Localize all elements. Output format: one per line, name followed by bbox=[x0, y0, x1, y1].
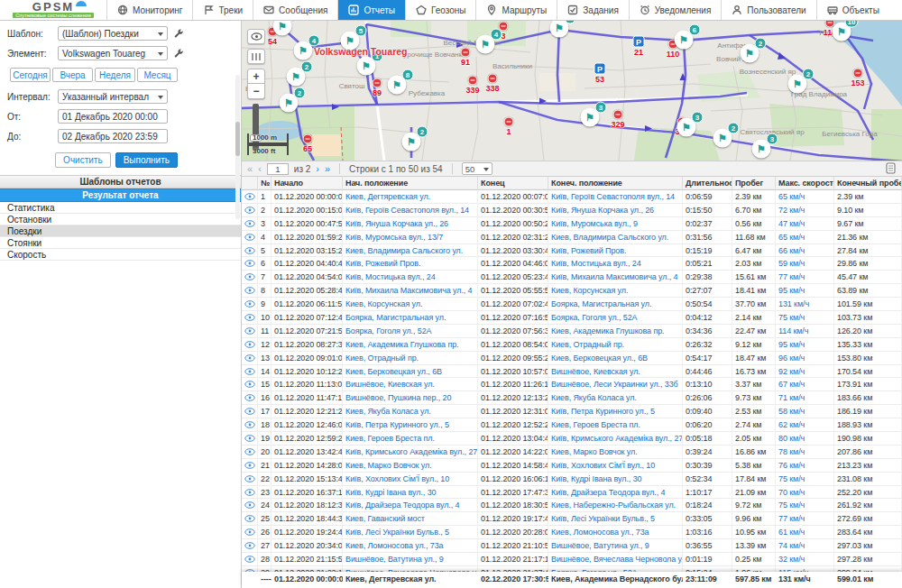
page-size-select[interactable]: 50 bbox=[462, 162, 492, 175]
parking-marker[interactable]: P53 bbox=[594, 63, 606, 75]
view-trip-on-map-button[interactable] bbox=[242, 338, 258, 352]
trip-flag-marker[interactable]: ⚑2 bbox=[402, 133, 421, 152]
trip-start-location[interactable]: Киев, Отрадный пр. bbox=[343, 352, 478, 365]
view-trip-on-map-button[interactable] bbox=[242, 391, 258, 405]
trip-max-speed[interactable]: 65 км/ч bbox=[776, 190, 834, 204]
trip-start-location[interactable]: Київ, Кримського Академіка вул., 27 bbox=[343, 446, 478, 459]
table-row[interactable]: 2 01.12.2020 00:15:02 Київ, Героїв Севас… bbox=[242, 204, 902, 217]
visibility-toggle-button[interactable] bbox=[247, 29, 265, 44]
trip-end-location[interactable]: Київ, Хохлових Сім'Ї вул., 10 bbox=[548, 459, 683, 473]
trip-start-location[interactable]: Киев, Марко Вовчок ул. bbox=[343, 459, 478, 473]
view-trip-on-map-button[interactable] bbox=[242, 325, 258, 338]
from-date-input[interactable]: 01 Декабрь 2020 00:00 bbox=[58, 109, 168, 124]
table-row[interactable]: 11 01.12.2020 07:21:56 Боярка, Гоголя ул… bbox=[242, 325, 902, 338]
trip-max-speed[interactable]: 131 км/ч bbox=[776, 298, 834, 311]
trip-start-location[interactable]: Київ, Муромська вул., 13/7 bbox=[343, 231, 478, 244]
view-trip-on-map-button[interactable] bbox=[242, 231, 258, 244]
trip-start-location[interactable]: Киев, Берковецкая ул., 6В bbox=[343, 365, 478, 379]
trip-end-location[interactable]: Київ, Мостицька вул., 24 bbox=[548, 257, 683, 271]
trip-max-speed[interactable]: 59 км/ч bbox=[776, 257, 834, 271]
trip-end-location[interactable]: Боярка, Магистральная ул. bbox=[548, 298, 683, 311]
view-trip-on-map-button[interactable] bbox=[242, 446, 258, 459]
quick-range-button[interactable]: Вчера bbox=[52, 68, 93, 82]
tab-routes[interactable]: Маршруты bbox=[475, 0, 557, 20]
view-trip-on-map-button[interactable] bbox=[242, 190, 258, 204]
report-section-item[interactable]: Остановки bbox=[0, 214, 241, 225]
trip-start-location[interactable]: Киев, Дегтяревская ул. bbox=[343, 190, 478, 204]
table-row[interactable]: 20 01.12.2020 13:42:41 Київ, Кримського … bbox=[242, 446, 902, 459]
view-trip-on-map-button[interactable] bbox=[242, 512, 258, 526]
table-row[interactable]: 9 01.12.2020 06:11:50 Киев, Корсунская у… bbox=[242, 298, 902, 311]
table-row[interactable]: 22 01.12.2020 15:13:44 Київ, Хохлових Сі… bbox=[242, 473, 902, 486]
table-row[interactable]: 27 01.12.2020 20:34:00 Киев, Ломоносова … bbox=[242, 539, 902, 553]
trip-start-location[interactable]: Київ, Драйзера Теодора вул., 4 bbox=[343, 499, 478, 512]
trip-start-location[interactable]: Київ, Лесі Українки Бульв., 5 bbox=[343, 526, 478, 539]
trip-max-speed[interactable]: 61 км/ч bbox=[776, 526, 834, 539]
header-end-loc[interactable]: Конеч. положение bbox=[548, 177, 683, 189]
view-trip-on-map-button[interactable] bbox=[242, 473, 258, 486]
table-row[interactable]: 25 01.12.2020 18:44:39 Киев, Гаванский м… bbox=[242, 512, 902, 526]
next-page-button[interactable]: › bbox=[316, 164, 319, 174]
view-trip-on-map-button[interactable] bbox=[242, 486, 258, 500]
tab-objects[interactable]: Объекты bbox=[816, 0, 889, 20]
trip-flag-marker[interactable]: ⚑2 bbox=[788, 75, 807, 94]
trip-flag-marker[interactable]: ⚑3 bbox=[752, 140, 771, 159]
section-report-result[interactable]: Результат отчета bbox=[0, 188, 241, 202]
trip-max-speed[interactable]: 67 км/ч bbox=[776, 378, 834, 391]
stop-marker[interactable]: 339 bbox=[468, 76, 478, 86]
header-total[interactable]: Конечный пробег bbox=[834, 177, 902, 189]
trip-max-speed[interactable]: 58 км/ч bbox=[776, 405, 834, 418]
trip-max-speed[interactable]: 78 км/ч bbox=[776, 446, 834, 459]
wrench-icon[interactable] bbox=[173, 28, 184, 39]
trip-end-location[interactable]: Вишнёвое, Ватутина ул., 9 bbox=[548, 539, 683, 553]
export-report-button[interactable] bbox=[885, 162, 897, 176]
trip-end-location[interactable]: Киев, Корсунская ул. bbox=[548, 284, 683, 298]
trip-end-location[interactable]: Киев, Марко Вовчок ул. bbox=[548, 446, 683, 459]
trip-end-location[interactable]: Киев, Отрадный пр. bbox=[548, 338, 683, 352]
quick-range-button[interactable]: Сегодня bbox=[10, 68, 51, 82]
trip-end-location[interactable]: Киев, Героев Бреста пл. bbox=[548, 418, 683, 432]
tab-reports[interactable]: Отчеты bbox=[337, 0, 405, 20]
clear-button[interactable]: Очистить bbox=[55, 152, 111, 168]
trip-flag-marker[interactable]: ⚑2 bbox=[287, 68, 306, 87]
trip-end-location[interactable]: Киев, Берковецкая ул., 6В bbox=[548, 352, 683, 365]
quick-range-button[interactable]: Месяц bbox=[137, 68, 178, 82]
trip-flag-marker[interactable]: ⚑6 bbox=[675, 31, 694, 50]
trip-max-speed[interactable]: 76 км/ч bbox=[776, 459, 834, 473]
trip-flag-marker[interactable]: ⚑4 bbox=[476, 35, 495, 54]
trip-flag-marker[interactable]: ⚑3 bbox=[677, 118, 696, 137]
table-row[interactable]: 10 01.12.2020 07:12:44 Боярка, Магистрал… bbox=[242, 311, 902, 325]
table-row[interactable]: 15 01.12.2020 11:13:07 Вишнёвое, Киевска… bbox=[242, 378, 902, 391]
trip-start-location[interactable]: Боярка, Гоголя ул., 52А bbox=[343, 325, 478, 338]
stop-marker[interactable]: 65 bbox=[303, 134, 313, 144]
view-trip-on-map-button[interactable] bbox=[242, 405, 258, 418]
view-trip-on-map-button[interactable] bbox=[242, 311, 258, 325]
trip-max-speed[interactable]: 74 км/ч bbox=[776, 539, 834, 553]
header-duration[interactable]: Длительность bbox=[683, 177, 732, 189]
table-row[interactable]: 4 01.12.2020 01:59:29 Київ, Муромська ву… bbox=[242, 231, 902, 244]
table-row[interactable]: 6 01.12.2020 04:40:44 Київ, Рожевий Пров… bbox=[242, 257, 902, 271]
trip-end-location[interactable]: Киев, Владимира Сальского ул. bbox=[548, 231, 683, 244]
table-row[interactable]: 24 01.12.2020 18:12:35 Київ, Драйзера Те… bbox=[242, 499, 902, 512]
run-report-button[interactable]: Выполнить bbox=[115, 152, 178, 168]
section-report-templates[interactable]: Шаблоны отчетов bbox=[0, 175, 241, 188]
trip-max-speed[interactable]: 47 км/ч bbox=[776, 217, 834, 231]
view-trip-on-map-button[interactable] bbox=[242, 204, 258, 217]
trip-max-speed[interactable]: 62 км/ч bbox=[776, 418, 834, 432]
wrench-icon[interactable] bbox=[173, 48, 184, 59]
prev-page-button[interactable]: ‹ bbox=[258, 164, 262, 174]
trip-start-location[interactable]: Вишнёвое, Пушкина пер., 20 bbox=[343, 391, 478, 405]
tab-users[interactable]: Пользователи bbox=[721, 0, 815, 20]
trip-flag-marker[interactable]: ⚑4 bbox=[294, 41, 313, 60]
trip-end-location[interactable]: Вишнёвое, Киевская ул. bbox=[548, 365, 683, 379]
table-row[interactable]: 19 01.12.2020 12:59:23 Киев, Героев Брес… bbox=[242, 432, 902, 446]
trip-max-speed[interactable]: 114 км/ч bbox=[776, 325, 834, 338]
trip-max-speed[interactable]: 77 км/ч bbox=[776, 512, 834, 526]
trip-start-location[interactable]: Киев, Якуба Коласа ул. bbox=[343, 405, 478, 418]
tab-tracks[interactable]: Треки bbox=[192, 0, 253, 20]
stop-marker[interactable]: 329 bbox=[613, 110, 623, 120]
trip-flag-marker[interactable]: ⚑2 bbox=[741, 44, 759, 63]
view-trip-on-map-button[interactable] bbox=[242, 284, 258, 298]
table-row[interactable]: 17 01.12.2020 12:21:23 Киев, Якуба Колас… bbox=[242, 405, 902, 418]
table-row[interactable]: 28 01.12.2020 21:15:55 Вишнёвое, Ватутин… bbox=[242, 553, 902, 566]
